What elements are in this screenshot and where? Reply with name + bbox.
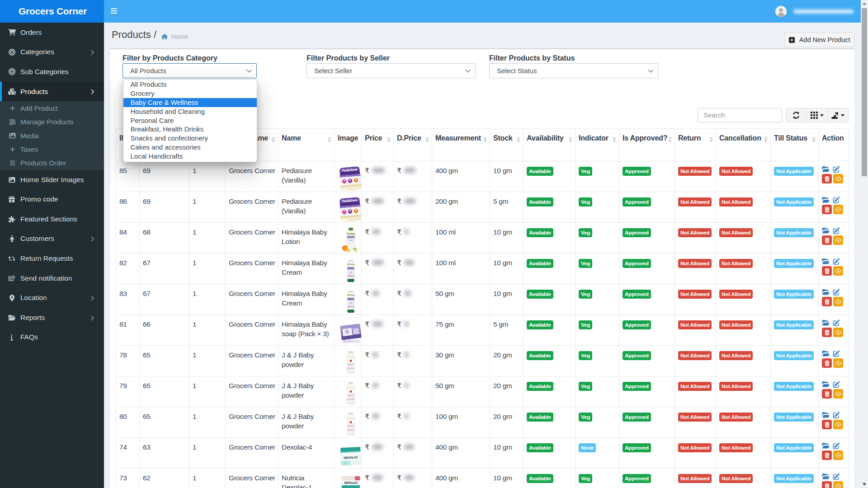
- svg-text:johnson's: johnson's: [347, 425, 354, 427]
- svg-text:Himalaya: Himalaya: [347, 263, 355, 265]
- svg-text:Himalaya: Himalaya: [347, 294, 355, 296]
- svg-text:Baby: Baby: [349, 239, 353, 241]
- svg-text:Himalaya: Himalaya: [347, 233, 355, 235]
- svg-text:johnson's: johnson's: [347, 394, 354, 396]
- svg-text:Baby: Baby: [349, 272, 353, 273]
- svg-text:DEXOLAC: DEXOLAC: [344, 481, 358, 484]
- svg-text:johnson's: johnson's: [347, 364, 354, 366]
- svg-text:Baby: Baby: [349, 302, 353, 304]
